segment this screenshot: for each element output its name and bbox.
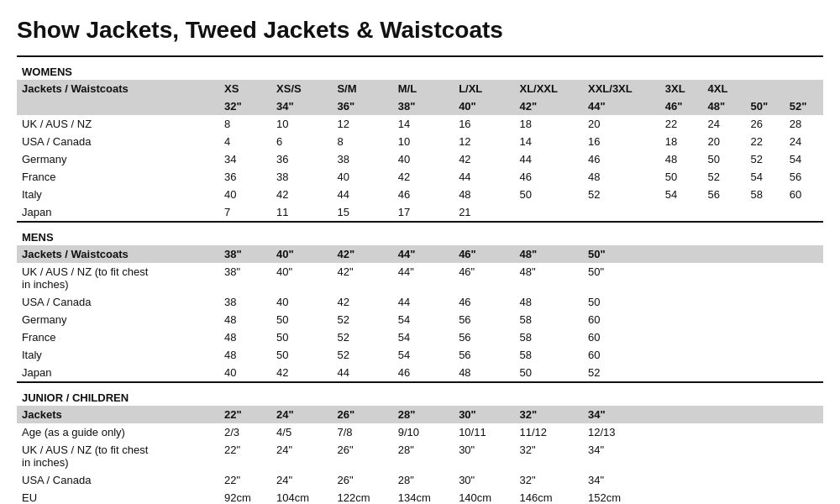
data-cell: 48 bbox=[219, 346, 271, 364]
row-label: USA / Canada bbox=[17, 133, 219, 150]
data-cell: 56 bbox=[454, 346, 514, 364]
row-label: Germany bbox=[17, 150, 219, 168]
table-row: USA / Canada22"24"26"28"30"32"34" bbox=[17, 471, 823, 489]
data-cell: 152cm bbox=[583, 489, 660, 504]
data-cell: 2/3 bbox=[219, 423, 271, 441]
table-row: Italy4042444648505254565860 bbox=[17, 186, 823, 203]
data-cell: 52 bbox=[583, 364, 660, 382]
data-cell: 46 bbox=[393, 186, 454, 203]
table-row: UK / AUS / NZ (to fit chestin inches)22"… bbox=[17, 441, 823, 471]
size-cell: XL/XXL bbox=[514, 80, 583, 97]
size-cell bbox=[785, 406, 823, 423]
data-cell bbox=[660, 328, 703, 346]
data-cell: 50 bbox=[583, 293, 660, 311]
data-cell: 50 bbox=[271, 328, 332, 346]
data-cell: 50 bbox=[271, 311, 332, 328]
data-cell: 54 bbox=[393, 328, 454, 346]
size-cell bbox=[745, 80, 784, 97]
table-row: Age (as a guide only)2/34/57/89/1010/111… bbox=[17, 423, 823, 441]
data-cell: 48 bbox=[660, 150, 703, 168]
size-cell: 40" bbox=[271, 245, 332, 263]
data-cell bbox=[703, 364, 746, 382]
size-guide-table: WOMENSJackets / WaistcoatsXSXS/SS/MM/LL/… bbox=[17, 55, 823, 504]
table-row: France48505254565860 bbox=[17, 328, 823, 346]
data-cell: 24" bbox=[271, 471, 332, 489]
size-cell bbox=[703, 245, 746, 263]
section-header: JUNIOR / CHILDREN bbox=[17, 382, 823, 406]
data-cell bbox=[785, 293, 823, 311]
table-row: Germany48505254565860 bbox=[17, 311, 823, 328]
sub-size-cell: 36" bbox=[332, 97, 392, 115]
data-cell: 40 bbox=[219, 186, 271, 203]
data-cell: 44 bbox=[454, 168, 514, 186]
data-cell: 32" bbox=[514, 441, 583, 471]
row-label: Japan bbox=[17, 364, 219, 382]
data-cell: 56 bbox=[703, 186, 746, 203]
data-cell bbox=[745, 203, 784, 222]
data-cell: 11/12 bbox=[514, 423, 583, 441]
data-cell: 54 bbox=[393, 311, 454, 328]
table-row: Japan711151721 bbox=[17, 203, 823, 222]
data-cell: 48" bbox=[514, 263, 583, 293]
data-cell: 16 bbox=[454, 115, 514, 133]
data-cell bbox=[745, 293, 784, 311]
size-cell: L/XL bbox=[454, 80, 514, 97]
row-label: UK / AUS / NZ (to fit chestin inches) bbox=[17, 263, 219, 293]
section-header: WOMENS bbox=[17, 56, 823, 80]
data-cell bbox=[745, 263, 784, 293]
data-cell bbox=[745, 328, 784, 346]
sub-size-row: 32"34"36"38"40"42"44"46"48"50"52" bbox=[17, 97, 823, 115]
data-cell: 30" bbox=[454, 441, 514, 471]
data-cell: 46 bbox=[583, 150, 660, 168]
table-row: EU92cm104cm122cm134cm140cm146cm152cm bbox=[17, 489, 823, 504]
data-cell: 20 bbox=[583, 115, 660, 133]
data-cell: 52 bbox=[703, 168, 746, 186]
size-cell: S/M bbox=[332, 80, 392, 97]
data-cell: 58 bbox=[745, 186, 784, 203]
data-cell bbox=[785, 489, 823, 504]
data-cell: 48 bbox=[583, 168, 660, 186]
data-cell: 44 bbox=[514, 150, 583, 168]
data-cell: 18 bbox=[660, 133, 703, 150]
data-cell: 36 bbox=[271, 150, 332, 168]
row-label: France bbox=[17, 168, 219, 186]
data-cell: 54 bbox=[745, 168, 784, 186]
data-cell: 36 bbox=[219, 168, 271, 186]
size-cell: 32" bbox=[514, 406, 583, 423]
size-cell: 3XL bbox=[660, 80, 703, 97]
size-cell bbox=[745, 245, 784, 263]
section-name: MENS bbox=[17, 222, 823, 245]
size-cell bbox=[785, 245, 823, 263]
data-cell: 60 bbox=[583, 328, 660, 346]
data-cell bbox=[745, 311, 784, 328]
size-cell: 44" bbox=[393, 245, 454, 263]
table-row: UK / AUS / NZ810121416182022242628 bbox=[17, 115, 823, 133]
size-cell: XS bbox=[219, 80, 271, 97]
data-cell: 24 bbox=[785, 133, 823, 150]
size-cell bbox=[745, 406, 784, 423]
data-cell: 58 bbox=[514, 346, 583, 364]
data-cell: 42 bbox=[271, 186, 332, 203]
data-cell: 11 bbox=[271, 203, 332, 222]
row-label: Age (as a guide only) bbox=[17, 423, 219, 441]
data-cell: 52 bbox=[332, 346, 392, 364]
row-label: France bbox=[17, 328, 219, 346]
data-cell bbox=[660, 441, 703, 471]
data-cell bbox=[785, 346, 823, 364]
data-cell: 46" bbox=[454, 263, 514, 293]
size-cell: 46" bbox=[454, 245, 514, 263]
data-cell: 32" bbox=[514, 471, 583, 489]
data-cell bbox=[583, 203, 660, 222]
table-row: Germany3436384042444648505254 bbox=[17, 150, 823, 168]
size-cell: 48" bbox=[514, 245, 583, 263]
size-cell bbox=[660, 245, 703, 263]
data-cell bbox=[514, 203, 583, 222]
data-cell: 50 bbox=[660, 168, 703, 186]
data-cell bbox=[785, 328, 823, 346]
data-cell bbox=[703, 263, 746, 293]
data-cell bbox=[660, 263, 703, 293]
data-cell: 26" bbox=[332, 441, 392, 471]
data-cell: 50 bbox=[514, 364, 583, 382]
row-label: Japan bbox=[17, 203, 219, 222]
data-cell: 54 bbox=[660, 186, 703, 203]
